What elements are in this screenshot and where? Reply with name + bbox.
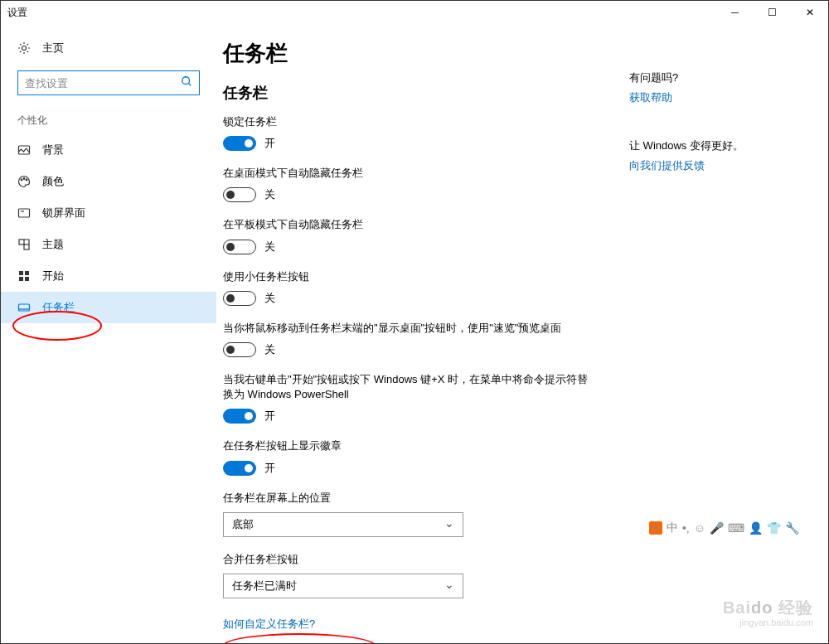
- toggle-lock-taskbar[interactable]: 开: [223, 136, 596, 151]
- sidebar-item-label: 颜色: [42, 174, 64, 189]
- toggle-state: 开: [264, 409, 275, 424]
- titlebar: 设置 ─ ☐ ✕: [1, 1, 828, 24]
- toggle-switch[interactable]: [223, 342, 256, 357]
- toggle-state: 关: [264, 240, 275, 254]
- toggle-peek[interactable]: 关: [223, 342, 596, 357]
- search-input[interactable]: [25, 77, 181, 90]
- improve-label: 让 Windows 变得更好。: [629, 138, 762, 153]
- svg-point-4: [23, 178, 25, 180]
- toggle-autohide-desktop[interactable]: 关: [223, 187, 596, 202]
- sidebar-item-taskbar[interactable]: 任务栏: [1, 292, 216, 323]
- ime-mic-icon[interactable]: 🎤: [710, 521, 724, 535]
- setting-label: 在任务栏按钮上显示徽章: [223, 438, 596, 453]
- svg-point-1: [182, 77, 190, 85]
- setting-autohide-tablet: 在平板模式下自动隐藏任务栏 关: [223, 217, 596, 254]
- ime-skin-icon[interactable]: 👕: [767, 521, 781, 535]
- image-icon: [17, 143, 31, 157]
- setting-label: 使用小任务栏按钮: [223, 269, 596, 284]
- close-button[interactable]: ✕: [791, 1, 828, 24]
- toggle-state: 开: [264, 136, 275, 151]
- dropdown-position[interactable]: 底部: [223, 512, 463, 537]
- search-icon: [181, 75, 192, 90]
- setting-label: 合并任务栏按钮: [223, 552, 596, 567]
- svg-rect-8: [24, 245, 29, 249]
- sidebar-item-label: 任务栏: [42, 300, 75, 315]
- ime-toolbar[interactable]: S 中 •, ☺ 🎤 ⌨ 👤 👕 🔧: [649, 521, 799, 535]
- gear-icon: [17, 41, 31, 55]
- sidebar-item-label: 开始: [42, 269, 64, 283]
- page-title: 任务栏: [223, 39, 596, 68]
- setting-label: 在桌面模式下自动隐藏任务栏: [223, 166, 596, 181]
- setting-combine: 合并任务栏按钮 任务栏已满时: [223, 552, 596, 598]
- toggle-switch[interactable]: [223, 461, 256, 476]
- ime-punct-icon[interactable]: •,: [682, 521, 690, 535]
- minimize-button[interactable]: ─: [716, 1, 754, 24]
- toggle-switch[interactable]: [223, 187, 256, 202]
- setting-label: 锁定任务栏: [223, 114, 596, 129]
- toggle-badges[interactable]: 开: [223, 461, 596, 476]
- setting-lock-taskbar: 锁定任务栏 开: [223, 114, 596, 151]
- svg-rect-9: [19, 271, 23, 275]
- maximize-button[interactable]: ☐: [754, 1, 791, 24]
- toggle-switch[interactable]: [223, 136, 256, 151]
- home-item[interactable]: 主页: [1, 34, 216, 62]
- window-controls: ─ ☐ ✕: [716, 1, 828, 24]
- ime-lang[interactable]: 中: [667, 521, 678, 535]
- toggle-switch[interactable]: [223, 240, 256, 254]
- link-customize-taskbar[interactable]: 如何自定义任务栏?: [223, 617, 315, 632]
- taskbar-icon: [17, 301, 31, 314]
- search-box[interactable]: [17, 70, 200, 95]
- sidebar-item-label: 背景: [42, 143, 64, 157]
- sidebar-item-themes[interactable]: 主题: [1, 229, 216, 260]
- sidebar: 主页 个性化 背景 颜色 锁屏界面 主题 开始: [1, 24, 216, 643]
- sidebar-item-lockscreen[interactable]: 锁屏界面: [1, 197, 216, 229]
- help-question: 有问题吗?: [629, 70, 762, 85]
- ime-user-icon[interactable]: 👤: [749, 521, 763, 535]
- sidebar-item-colors[interactable]: 颜色: [1, 166, 216, 197]
- toggle-switch[interactable]: [223, 409, 256, 424]
- sidebar-item-start[interactable]: 开始: [1, 260, 216, 292]
- svg-rect-10: [25, 271, 29, 275]
- window-title: 设置: [7, 6, 27, 20]
- setting-position: 任务栏在屏幕上的位置 底部: [223, 491, 596, 537]
- toggle-small-buttons[interactable]: 关: [223, 291, 596, 306]
- sidebar-item-label: 锁屏界面: [42, 206, 85, 220]
- link-get-help[interactable]: 获取帮助: [629, 90, 762, 105]
- svg-point-0: [22, 46, 27, 51]
- ime-settings-icon[interactable]: 🔧: [785, 521, 799, 535]
- svg-point-5: [26, 179, 27, 181]
- svg-rect-6: [19, 209, 30, 217]
- toggle-state: 关: [264, 342, 275, 357]
- main-content: 任务栏 任务栏 锁定任务栏 开 在桌面模式下自动隐藏任务栏 关 在平板模式下自动…: [216, 24, 828, 643]
- section-heading: 任务栏: [223, 83, 596, 103]
- setting-label: 当我右键单击"开始"按钮或按下 Windows 键+X 时，在菜单中将命令提示符…: [223, 372, 596, 402]
- home-label: 主页: [42, 41, 64, 56]
- svg-point-3: [21, 179, 22, 181]
- svg-rect-11: [19, 277, 23, 281]
- setting-peek: 当你将鼠标移动到任务栏末端的"显示桌面"按钮时，使用"速览"预览桌面 关: [223, 321, 596, 357]
- toggle-state: 关: [264, 291, 275, 306]
- setting-label: 在平板模式下自动隐藏任务栏: [223, 217, 596, 232]
- setting-label: 任务栏在屏幕上的位置: [223, 491, 596, 506]
- ime-emoji-icon[interactable]: ☺: [694, 521, 705, 535]
- ime-keyboard-icon[interactable]: ⌨: [728, 521, 744, 535]
- start-icon: [17, 269, 31, 283]
- dropdown-combine[interactable]: 任务栏已满时: [223, 574, 463, 598]
- setting-autohide-desktop: 在桌面模式下自动隐藏任务栏 关: [223, 166, 596, 202]
- ime-logo-icon: S: [649, 521, 662, 535]
- link-feedback[interactable]: 向我们提供反馈: [629, 158, 762, 173]
- svg-rect-7: [19, 240, 24, 245]
- svg-rect-13: [19, 304, 30, 311]
- toggle-switch[interactable]: [223, 291, 256, 306]
- setting-small-buttons: 使用小任务栏按钮 关: [223, 269, 596, 306]
- toggle-autohide-tablet[interactable]: 关: [223, 240, 596, 254]
- dropdown-value: 任务栏已满时: [232, 579, 297, 593]
- svg-rect-12: [25, 277, 29, 281]
- sidebar-item-background[interactable]: 背景: [1, 134, 216, 166]
- section-label: 个性化: [1, 109, 216, 134]
- toggle-powershell[interactable]: 开: [223, 409, 596, 424]
- toggle-state: 关: [264, 187, 275, 202]
- dropdown-value: 底部: [232, 517, 254, 532]
- sidebar-item-label: 主题: [42, 237, 64, 252]
- setting-powershell: 当我右键单击"开始"按钮或按下 Windows 键+X 时，在菜单中将命令提示符…: [223, 372, 596, 424]
